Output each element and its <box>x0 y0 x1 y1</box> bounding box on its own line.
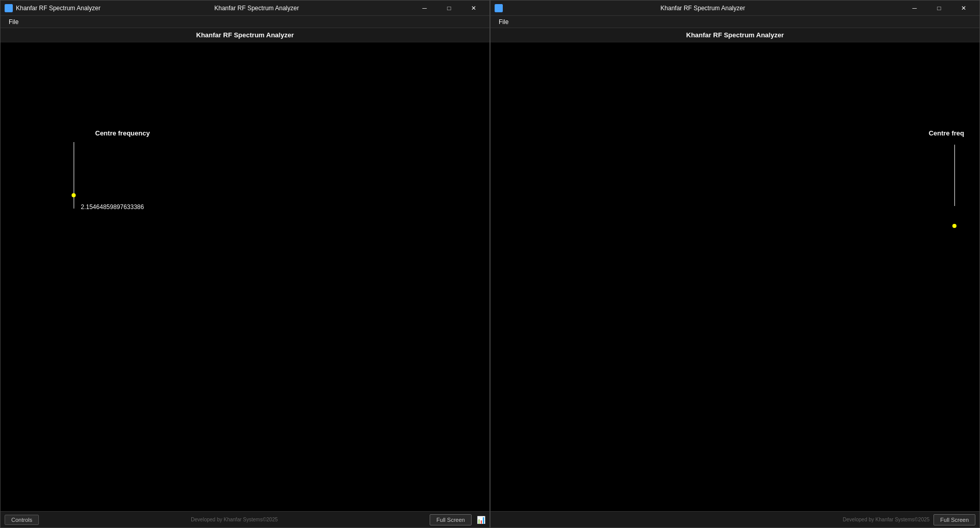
right-window: Khanfar RF Spectrum Analyzer ─ □ ✕ File … <box>490 0 980 528</box>
left-audio-icon: 📊 <box>477 516 485 524</box>
left-menu-bar: File <box>1 16 489 28</box>
left-centre-freq-label: Centre frequency <box>95 129 150 137</box>
left-close-btn[interactable]: ✕ <box>462 1 485 16</box>
left-fullscreen-btn[interactable]: Full Screen <box>430 514 472 525</box>
left-window-title: Khanfar RF Spectrum Analyzer <box>16 5 100 12</box>
left-marker-line <box>74 142 74 209</box>
right-window-icon <box>495 4 503 12</box>
left-maximize-btn[interactable]: □ <box>437 1 461 16</box>
right-title-bar-left <box>495 4 503 12</box>
right-visualization-area[interactable]: Centre freq <box>491 42 979 511</box>
right-title-center: Khanfar RF Spectrum Analyzer <box>503 5 903 12</box>
left-window-controls: ─ □ ✕ <box>413 1 485 16</box>
left-marker-dot <box>72 193 76 197</box>
right-marker-dot <box>952 224 956 228</box>
windows-container: Khanfar RF Spectrum Analyzer Khanfar RF … <box>0 0 980 528</box>
right-menu-file[interactable]: File <box>495 17 513 27</box>
right-fullscreen-btn[interactable]: Full Screen <box>933 514 975 525</box>
left-window: Khanfar RF Spectrum Analyzer Khanfar RF … <box>0 0 490 528</box>
left-bottom-bar: Controls Developed by Khanfar Systems©20… <box>1 511 489 527</box>
left-minimize-btn[interactable]: ─ <box>413 1 436 16</box>
right-maximize-btn[interactable]: □ <box>927 1 951 16</box>
right-menu-bar: File <box>491 16 979 28</box>
right-window-controls: ─ □ ✕ <box>903 1 975 16</box>
left-developed-by: Developed by Khanfar Systems©2025 <box>191 517 278 522</box>
left-app-title: Khanfar RF Spectrum Analyzer <box>196 31 294 39</box>
right-bottom-bar: Developed by Khanfar Systems©2025 Full S… <box>491 511 979 527</box>
right-close-btn[interactable]: ✕ <box>952 1 975 16</box>
left-visualization-area[interactable]: Centre frequency 2.15464859897633386 <box>1 42 489 511</box>
right-developed-by: Developed by Khanfar Systems©2025 <box>843 517 930 522</box>
left-window-icon <box>5 4 13 12</box>
left-controls-btn[interactable]: Controls <box>5 515 39 525</box>
right-centre-freq-label: Centre freq <box>929 129 964 137</box>
left-title-center: Khanfar RF Spectrum Analyzer <box>100 5 413 12</box>
left-freq-value: 2.15464859897633386 <box>81 203 144 211</box>
right-app-title-bar: Khanfar RF Spectrum Analyzer <box>491 28 979 42</box>
left-title-bar: Khanfar RF Spectrum Analyzer Khanfar RF … <box>1 1 489 16</box>
left-title-bar-left: Khanfar RF Spectrum Analyzer <box>5 4 100 12</box>
right-minimize-btn[interactable]: ─ <box>903 1 926 16</box>
right-app-title: Khanfar RF Spectrum Analyzer <box>686 31 784 39</box>
left-menu-file[interactable]: File <box>5 17 23 27</box>
right-marker-line <box>954 145 955 206</box>
right-title-bar: Khanfar RF Spectrum Analyzer ─ □ ✕ <box>491 1 979 16</box>
left-app-title-bar: Khanfar RF Spectrum Analyzer <box>1 28 489 42</box>
